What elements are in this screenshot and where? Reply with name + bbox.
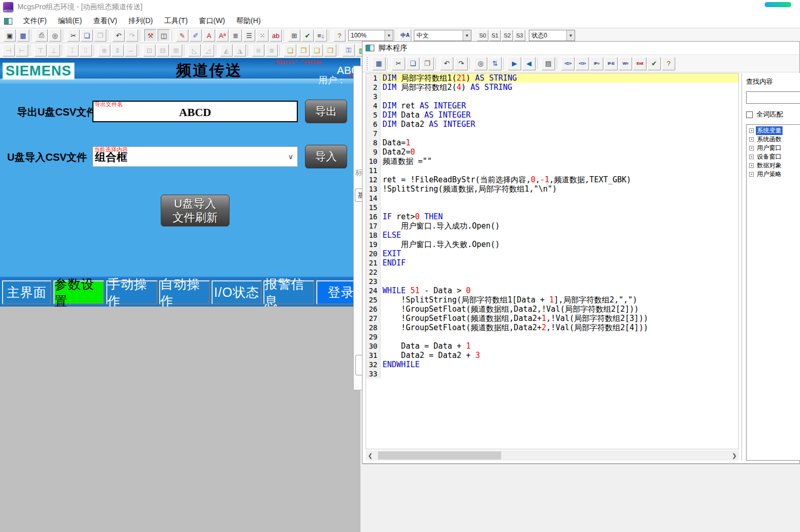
lang-char-icon[interactable]: 中A (399, 29, 411, 42)
spell-check-icon[interactable]: ab (270, 29, 282, 42)
code-line-11[interactable]: 11 (366, 166, 738, 175)
code-line-18[interactable]: 18ELSE (366, 231, 738, 240)
cut-icon[interactable]: ✂ (392, 57, 405, 70)
menu-item-0[interactable]: 文件(F) (17, 15, 52, 27)
nav-button-2[interactable]: 手动操作 (106, 280, 158, 305)
undo-icon[interactable]: ↶ (440, 57, 453, 70)
insert-g-icon[interactable]: <G> (576, 57, 589, 70)
grid-icon[interactable]: ⁙ (256, 29, 269, 42)
code-line-12[interactable]: 12ret = !FileReadByStr(当前选择内容,0,-1,频道数据,… (366, 175, 738, 184)
menu-item-6[interactable]: 帮助(H) (231, 15, 266, 27)
scroll-left-icon[interactable]: ❮ (366, 452, 375, 459)
code-line-3[interactable]: 3 (366, 92, 738, 101)
print-icon[interactable]: ⎙ (35, 29, 48, 42)
code-line-16[interactable]: 16IF ret>0 THEN (366, 212, 738, 221)
undo-icon[interactable]: ↶ (112, 29, 125, 42)
code-line-33[interactable]: 33 (366, 369, 738, 378)
scrollbar-thumb[interactable] (378, 451, 501, 460)
code-line-7[interactable]: 7 (366, 129, 738, 138)
tree-expand-icon[interactable]: + (749, 146, 754, 150)
format-icon[interactable]: ⇅ (488, 57, 502, 70)
device-edit-icon[interactable]: ✐ (189, 29, 202, 42)
tree-expand-icon[interactable]: + (749, 155, 754, 159)
code-line-29[interactable]: 29 (366, 332, 738, 341)
import-file-combobox[interactable]: 当前选择内容 组合框 ∨ (92, 146, 298, 167)
code-line-13[interactable]: 13!SplitString(频道数据,局部字符数组1,"\n") (366, 184, 738, 194)
print-preview-icon[interactable]: ◎ (49, 29, 61, 42)
indent-right-icon[interactable]: ▶ (508, 57, 521, 70)
code-line-10[interactable]: 10频道数据 ="" (366, 157, 738, 166)
find-icon[interactable]: ◎ (474, 57, 487, 70)
sort-icon[interactable]: ≡↓ (315, 29, 327, 42)
new-form-icon[interactable]: ▣ (4, 29, 16, 42)
code-line-22[interactable]: 22 (366, 268, 738, 277)
copy-icon[interactable]: ❏ (81, 29, 93, 42)
code-line-30[interactable]: 30 Data = Data + 1 (366, 341, 738, 351)
code-line-25[interactable]: 25 !SplitString(局部字符数组1[Data + 1],局部字符数组… (366, 295, 738, 305)
tree-item-1[interactable]: +系统函数 (748, 135, 800, 144)
nav-button-4[interactable]: I/O状态 (212, 280, 262, 305)
tree-expand-icon[interactable]: + (749, 137, 754, 142)
exit-icon[interactable]: Exit (633, 57, 646, 70)
code-horizontal-scrollbar[interactable]: ❮ ❯ (366, 450, 739, 461)
script-editor-title-bar[interactable]: 脚本程序 (363, 42, 799, 55)
paste-icon[interactable]: ❐ (421, 57, 434, 70)
text-align-icon[interactable]: ≣ (230, 29, 242, 42)
code-line-24[interactable]: 24WHILE 51 - Data > 0 (366, 286, 738, 295)
paragraph-align-icon[interactable]: ☰ (243, 29, 255, 42)
code-line-6[interactable]: 6DIM Data2 AS INTEGER (366, 120, 738, 129)
script-code-editor[interactable]: 1DIM 局部字符数组1(21) AS STRING2DIM 局部字符数组2(4… (366, 73, 739, 449)
nav-button-1[interactable]: 参数设置 (53, 280, 104, 305)
chevron-down-icon[interactable]: ∨ (285, 150, 296, 163)
nav-button-0[interactable]: 主界面 (2, 280, 51, 305)
toolbox-icon[interactable]: ⚒ (144, 29, 157, 42)
save-icon[interactable]: ▦ (372, 57, 386, 70)
send-backward-icon[interactable]: ❒ (324, 44, 336, 56)
while-icon[interactable]: W= (619, 57, 632, 70)
cut-icon[interactable]: ✂ (67, 29, 80, 42)
code-line-17[interactable]: 17 用户窗口.导入成功.Open() (366, 221, 738, 231)
copy-icon[interactable]: ❏ (406, 57, 420, 70)
font-case-icon[interactable]: Aª (216, 29, 228, 42)
comment-icon[interactable]: ▤ (542, 57, 555, 70)
code-line-21[interactable]: 21ENDIF (366, 258, 738, 268)
code-line-2[interactable]: 2DIM 局部字符数组2(4) AS STRING (366, 83, 738, 92)
save-icon[interactable]: ▦ (17, 29, 29, 42)
code-line-19[interactable]: 19 用户窗口.导入失败.Open() (366, 240, 738, 249)
send-back-icon[interactable]: ❐ (297, 44, 310, 56)
menu-item-4[interactable]: 工具(T) (159, 15, 194, 27)
code-line-8[interactable]: 8Data=1 (366, 138, 738, 147)
window-toggle-icon[interactable]: ◫ (158, 29, 170, 42)
state-button-s2[interactable]: S2 (502, 30, 513, 41)
if-then-icon[interactable]: IF= (590, 57, 603, 70)
code-line-5[interactable]: 5DIM Data AS INTEGER (366, 110, 738, 120)
import-button[interactable]: 导入 (305, 145, 347, 168)
bring-front-icon[interactable]: ❏ (284, 44, 296, 56)
if-else-icon[interactable]: IF-E (604, 57, 618, 70)
export-filename-input[interactable]: 导出文件名 ABCD (92, 101, 298, 122)
insert-d-icon[interactable]: <D> (561, 57, 575, 70)
redo-icon[interactable]: ↷ (454, 57, 468, 70)
state-button-s3[interactable]: S3 (514, 30, 525, 41)
menu-item-3[interactable]: 排列(D) (123, 15, 158, 27)
zoom-select[interactable]: 100%▼ (348, 30, 393, 41)
state-button-s0[interactable]: S0 (477, 30, 488, 41)
menu-item-5[interactable]: 窗口(W) (194, 15, 231, 27)
code-line-26[interactable]: 26 !GroupSetFloat(频道数据组,Data2,!Val(局部字符数… (366, 305, 738, 314)
code-line-32[interactable]: 32ENDWHILE (366, 360, 738, 369)
indent-left-icon[interactable]: ◀ (522, 57, 536, 70)
code-line-27[interactable]: 27 !GroupSetFloat(频道数据组,Data2+1,!Val(局部字… (366, 314, 738, 323)
code-line-23[interactable]: 23 (366, 277, 738, 286)
help-icon[interactable]: ? (333, 29, 346, 42)
code-line-1[interactable]: 1DIM 局部字符数组1(21) AS STRING (366, 73, 738, 83)
properties-icon[interactable]: ⊞ (288, 29, 300, 42)
tree-expand-icon[interactable]: + (749, 163, 754, 168)
usb-refresh-button[interactable]: U盘导入 文件刷新 (161, 195, 230, 226)
tree-expand-icon[interactable]: + (749, 128, 754, 133)
check-doc-icon[interactable]: ✔ (301, 29, 314, 42)
code-line-28[interactable]: 28 !GroupSetFloat(频道数据组,Data2+2,!Val(局部字… (366, 323, 738, 332)
tree-item-2[interactable]: +用户窗口 (748, 144, 800, 153)
code-line-4[interactable]: 4DIM ret AS INTEGER (366, 101, 738, 110)
tree-item-5[interactable]: +用户策略 (748, 170, 800, 179)
whole-word-checkbox[interactable] (746, 111, 753, 118)
